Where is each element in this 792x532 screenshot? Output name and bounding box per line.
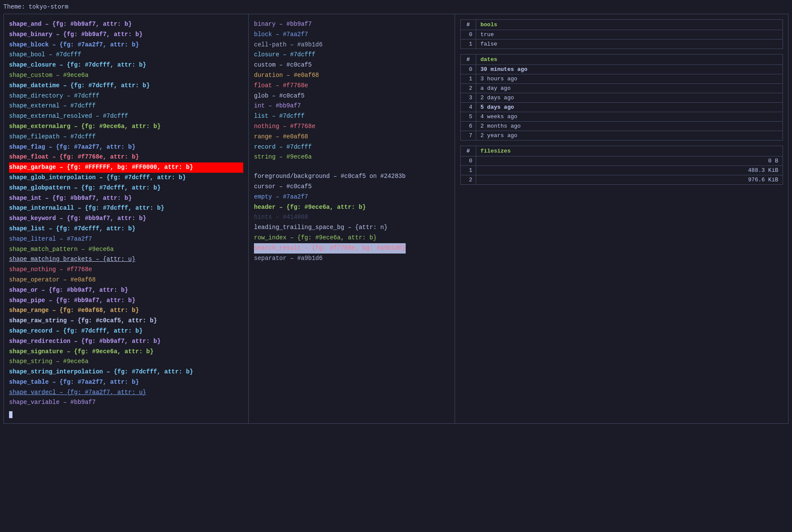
- filesizes-val-0: 0 B: [476, 156, 783, 166]
- dates-header: dates: [476, 55, 783, 65]
- line-shape_custom: shape_custom – #9ece6a: [9, 70, 243, 81]
- table-row: 4 5 days ago: [461, 103, 783, 112]
- line-nothing: nothing – #f7768e: [254, 122, 450, 132]
- line-empty: empty – #7aa2f7: [254, 192, 450, 202]
- line-shape_pipe: shape_pipe – {fg: #bb9af7, attr: b}: [9, 296, 243, 306]
- filesizes-val-1: 488.3 KiB: [476, 166, 783, 175]
- filesizes-header: filesizes: [476, 146, 783, 156]
- cursor-line: [9, 408, 243, 418]
- table-row: 3 2 days ago: [461, 93, 783, 103]
- bools-val-0: true: [476, 30, 783, 40]
- line-binary: binary – #bb9af7: [254, 19, 450, 30]
- line-shape_range: shape_range – {fg: #e0af68, attr: b}: [9, 306, 243, 316]
- line-range: range – #e0af68: [254, 132, 450, 142]
- bools-idx-1: 1: [461, 40, 476, 49]
- line-int: int – #bb9af7: [254, 101, 450, 111]
- line-shape_int: shape_int – {fg: #bb9af7, attr: b}: [9, 193, 243, 204]
- line-shape_nothing: shape_nothing – #f7768e: [9, 265, 243, 275]
- line-hints: hints – #414868: [254, 212, 450, 223]
- table-row: 2 976.6 KiB: [461, 175, 783, 185]
- table-row: 1 false: [461, 40, 783, 49]
- line-separator: separator – #a9b1d6: [254, 254, 450, 264]
- bools-idx-0: 0: [461, 30, 476, 40]
- line-shape_bool: shape_bool – #7dcfff: [9, 50, 243, 60]
- line-shape_literal: shape_literal – #7aa2f7: [9, 234, 243, 245]
- line-leading-trailing: leading_trailing_space_bg – {attr: n}: [254, 223, 450, 233]
- line-shape_closure: shape_closure – {fg: #7dcfff, attr: b}: [9, 60, 243, 70]
- theme-label: Theme: tokyo-storm: [3, 3, 789, 10]
- line-shape_datetime: shape_datetime – {fg: #7dcfff, attr: b}: [9, 81, 243, 91]
- line-block: block – #7aa2f7: [254, 30, 450, 40]
- filesizes-idx-2: 2: [461, 175, 476, 185]
- dates-val-1: 3 hours ago: [476, 74, 783, 84]
- line-shape_record: shape_record – {fg: #7dcfff, attr: b}: [9, 326, 243, 336]
- line-float: float – #f7768e: [254, 81, 450, 91]
- dates-val-6: 2 months ago: [476, 122, 783, 131]
- filesizes-idx-0: 0: [461, 156, 476, 166]
- line-shape_globpattern: shape_globpattern – {fg: #7dcfff, attr: …: [9, 183, 243, 193]
- dates-val-3: 2 days ago: [476, 93, 783, 103]
- dates-idx-0: 0: [461, 65, 476, 74]
- line-shape_list: shape_list – {fg: #7dcfff, attr: b}: [9, 224, 243, 234]
- line-record: record – #7dcfff: [254, 142, 450, 153]
- line-cursor: cursor – #c0caf5: [254, 182, 450, 192]
- search-result-highlight: search_result – {fg: #f7768e, bg: #a9b1d…: [254, 243, 406, 254]
- line-shape_or: shape_or – {fg: #bb9af7, attr: b}: [9, 285, 243, 296]
- line-shape_table: shape_table – {fg: #7aa2f7, attr: b}: [9, 377, 243, 388]
- line-shape_variable: shape_variable – #bb9af7: [9, 397, 243, 408]
- line-shape_float: shape_float – {fg: #f7768e, attr: b}: [9, 152, 243, 162]
- line-cell-path: cell-path – #a9b1d6: [254, 40, 450, 50]
- line-shape_raw_string: shape_raw_string – {fg: #c0caf5, attr: b…: [9, 316, 243, 326]
- line-shape_and: shape_and – {fg: #bb9af7, attr: b}: [9, 19, 243, 30]
- column-1: shape_and – {fg: #bb9af7, attr: b} shape…: [4, 14, 249, 423]
- line-shape_external: shape_external – #7dcfff: [9, 101, 243, 111]
- line-shape_string: shape_string – #9ece6a: [9, 357, 243, 367]
- line-shape_filepath: shape_filepath – #7dcfff: [9, 132, 243, 142]
- line-search-result: search_result – {fg: #f7768e, bg: #a9b1d…: [254, 243, 450, 254]
- line-fg-bg: foreground/background – #c0caf5 on #2428…: [254, 171, 450, 182]
- line-shape_match_pattern: shape_match_pattern – #9ece6a: [9, 245, 243, 255]
- dates-idx-1: 1: [461, 74, 476, 84]
- line-shape_flag: shape_flag – {fg: #7aa2f7, attr: b}: [9, 142, 243, 153]
- dates-idx-2: 2: [461, 84, 476, 93]
- dates-idx-5: 5: [461, 112, 476, 122]
- dates-val-2: a day ago: [476, 84, 783, 93]
- table-row: 0 0 B: [461, 156, 783, 166]
- filesizes-idx-1: 1: [461, 166, 476, 175]
- dates-hash-header: #: [461, 55, 476, 65]
- line-shape_glob_interpolation: shape_glob_interpolation – {fg: #7dcfff,…: [9, 173, 243, 183]
- line-shape_vardecl: shape_vardecl – {fg: #7aa2f7, attr: u}: [9, 388, 243, 398]
- line-custom: custom – #c0caf5: [254, 60, 450, 70]
- column-3: # bools 0 true 1 false # dates: [455, 14, 788, 423]
- table-row: 1 488.3 KiB: [461, 166, 783, 175]
- line-shape_matching_brackets: shape_matching_brackets – {attr: u}: [9, 254, 243, 265]
- line-list: list – #7dcfff: [254, 111, 450, 122]
- line-shape_binary: shape_binary – {fg: #bb9af7, attr: b}: [9, 30, 243, 40]
- dates-val-4: 5 days ago: [476, 103, 783, 112]
- line-shape_garbage: shape_garbage – {fg: #FFFFFF, bg: #FF000…: [9, 162, 243, 173]
- table-row: 1 3 hours ago: [461, 74, 783, 84]
- bools-hash-header: #: [461, 20, 476, 30]
- dates-val-0: 30 minutes ago: [476, 65, 783, 74]
- column-2: binary – #bb9af7 block – #7aa2f7 cell-pa…: [249, 14, 455, 423]
- line-shape_string_interpolation: shape_string_interpolation – {fg: #7dcff…: [9, 367, 243, 377]
- line-shape_directory: shape_directory – #7dcfff: [9, 91, 243, 101]
- line-header: header – {fg: #9ece6a, attr: b}: [254, 202, 450, 213]
- line-closure: closure – #7dcfff: [254, 50, 450, 60]
- line-shape_keyword: shape_keyword – {fg: #bb9af7, attr: b}: [9, 214, 243, 224]
- bools-val-1: false: [476, 40, 783, 49]
- filesizes-hash-header: #: [461, 146, 476, 156]
- line-shape_redirection: shape_redirection – {fg: #bb9af7, attr: …: [9, 336, 243, 347]
- line-shape_internalcall: shape_internalcall – {fg: #7dcfff, attr:…: [9, 203, 243, 214]
- line-shape_operator: shape_operator – #e0af68: [9, 275, 243, 285]
- dates-val-5: 4 weeks ago: [476, 112, 783, 122]
- dates-idx-4: 4: [461, 103, 476, 112]
- line-row-index: row_index – {fg: #9ece6a, attr: b}: [254, 233, 450, 243]
- table-row: 6 2 months ago: [461, 122, 783, 131]
- line-string: string – #9ece6a: [254, 152, 450, 162]
- main-container: shape_and – {fg: #bb9af7, attr: b} shape…: [3, 14, 789, 424]
- table-row: 0 30 minutes ago: [461, 65, 783, 74]
- table-row: 0 true: [461, 30, 783, 40]
- bools-table: # bools 0 true 1 false: [460, 19, 783, 49]
- filesizes-val-2: 976.6 KiB: [476, 175, 783, 185]
